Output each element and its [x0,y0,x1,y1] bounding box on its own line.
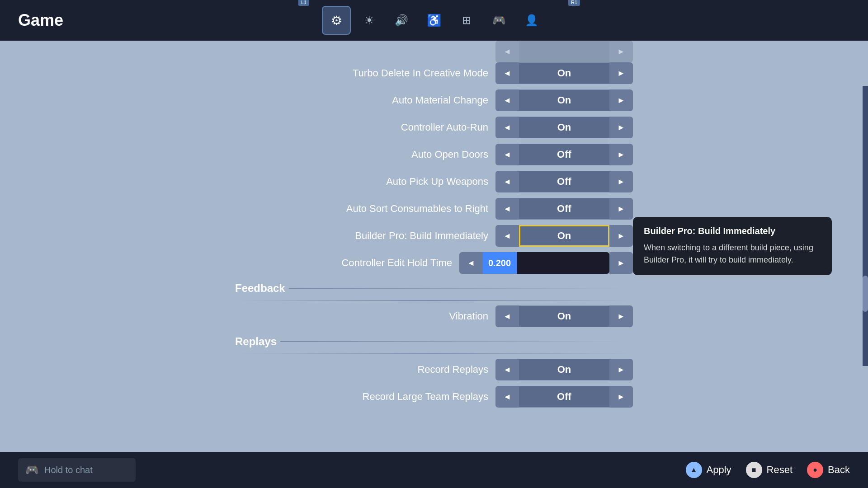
arrow-right-vibration[interactable]: ► [609,305,633,327]
setting-label-vibration: Vibration [307,310,488,322]
arrow-right-turbo-delete[interactable]: ► [609,62,633,84]
setting-row-record-replays: Record Replays ◄ On ► [235,358,633,381]
arrow-left-large-team-replays[interactable]: ◄ [495,386,519,408]
setting-row-edit-hold: Controller Edit Hold Time ◄ 0.200 ► [235,251,633,275]
l1-badge: L1 [298,0,309,6]
hold-to-chat-area[interactable]: 🎮 Hold to chat [18,458,136,482]
arrow-left-auto-sort[interactable]: ◄ [495,198,519,220]
setting-label-auto-sort: Auto Sort Consumables to Right [307,203,488,215]
arrow-left-auto-run[interactable]: ◄ [495,117,519,138]
arrow-left-partial[interactable]: ◄ [495,41,519,62]
tab-l1-settings[interactable]: L1 [289,6,318,35]
value-builder-pro: On [519,225,609,247]
r1-badge: R1 [568,0,580,6]
value-auto-sort: Off [519,198,609,220]
setting-row-auto-run: Controller Auto-Run ◄ On ► [235,116,633,139]
arrow-right-large-team-replays[interactable]: ► [609,386,633,408]
partial-row: ◄ ► [235,45,633,58]
value-auto-pickup: Off [519,171,609,192]
arrow-right-auto-sort[interactable]: ► [609,198,633,220]
setting-control-auto-doors: ◄ Off ► [495,144,633,165]
page-title: Game [18,11,63,30]
setting-row-builder-pro: Builder Pro: Build Immediately ◄ On ► [235,224,633,248]
arrow-left-turbo-delete[interactable]: ◄ [495,62,519,84]
arrow-right-partial[interactable]: ► [609,41,633,62]
setting-row-vibration: Vibration ◄ On ► [235,305,633,328]
back-button[interactable]: ● Back [807,462,850,478]
arrow-right-auto-run[interactable]: ► [609,117,633,138]
arrow-right-auto-doors[interactable]: ► [609,144,633,165]
section-title-replays: Replays [235,335,277,348]
footer-right: ▲ Apply ■ Reset ● Back [686,462,850,478]
arrow-left-record-replays[interactable]: ◄ [495,359,519,380]
triangle-icon: ▲ [686,462,702,478]
apply-button[interactable]: ▲ Apply [686,462,731,478]
slider-edit-hold[interactable]: 0.200 [483,252,609,274]
slider-value-edit-hold: 0.200 [488,258,511,268]
settings-list: ◄ ► Turbo Delete In Creative Mode ◄ On ►… [235,41,633,408]
value-auto-material: On [519,89,609,111]
value-turbo-delete: On [519,62,609,84]
arrow-right-auto-pickup[interactable]: ► [609,171,633,192]
setting-control-large-team-replays: ◄ Off ► [495,386,633,408]
value-vibration: On [519,305,609,327]
section-title-feedback: Feedback [235,282,285,295]
setting-control-auto-pickup: ◄ Off ► [495,171,633,192]
arrow-left-auto-doors[interactable]: ◄ [495,144,519,165]
setting-label-auto-material: Auto Material Change [307,94,488,106]
tab-accessibility[interactable]: ♿ [420,6,448,35]
back-label: Back [828,464,850,476]
setting-label-large-team-replays: Record Large Team Replays [307,391,488,403]
tooltip-title: Builder Pro: Build Immediately [644,226,821,236]
setting-row-auto-sort: Auto Sort Consumables to Right ◄ Off ► [235,197,633,221]
divider-feedback [235,300,633,301]
reset-label: Reset [767,464,793,476]
setting-row-auto-material: Auto Material Change ◄ On ► [235,89,633,112]
footer-left: 🎮 Hold to chat [18,458,136,482]
setting-row-auto-pickup: Auto Pick Up Weapons ◄ Off ► [235,170,633,193]
square-icon: ■ [746,462,762,478]
circle-icon: ● [807,462,823,478]
setting-control-turbo-delete: ◄ On ► [495,62,633,84]
tooltip-body: When switching to a different build piec… [644,242,821,266]
value-large-team-replays: Off [519,386,609,408]
setting-control-auto-material: ◄ On ► [495,89,633,111]
scroll-indicator [863,86,868,366]
arrow-right-edit-hold[interactable]: ► [609,252,633,274]
nav-tabs: L1 ⚙ ☀ 🔊 ♿ ⊞ 🎮 👤 R1 [289,6,579,35]
tab-r1[interactable]: R1 [550,6,579,35]
value-partial [519,41,609,62]
section-header-feedback: Feedback [235,278,633,296]
arrow-right-record-replays[interactable]: ► [609,359,633,380]
scroll-thumb[interactable] [863,276,868,312]
tab-brightness[interactable]: ☀ [354,6,383,35]
tab-account[interactable]: 👤 [517,6,546,35]
arrow-right-builder-pro[interactable]: ► [609,225,633,247]
setting-label-auto-doors: Auto Open Doors [307,149,488,160]
arrow-left-vibration[interactable]: ◄ [495,305,519,327]
arrow-left-edit-hold[interactable]: ◄ [459,252,483,274]
setting-control-builder-pro: ◄ On ► [495,225,633,247]
tab-audio[interactable]: 🔊 [387,6,416,35]
arrow-left-auto-pickup[interactable]: ◄ [495,171,519,192]
apply-label: Apply [707,464,731,476]
arrow-left-builder-pro[interactable]: ◄ [495,225,519,247]
tab-controller[interactable]: 🎮 [485,6,514,35]
setting-control-auto-sort: ◄ Off ► [495,198,633,220]
setting-control-edit-hold: ◄ 0.200 ► [459,252,633,274]
value-auto-doors: Off [519,144,609,165]
tab-settings[interactable]: ⚙ [322,6,351,35]
arrow-right-auto-material[interactable]: ► [609,89,633,111]
setting-label-turbo-delete: Turbo Delete In Creative Mode [307,67,488,79]
tooltip-builder-pro: Builder Pro: Build Immediately When swit… [633,217,832,275]
divider-replays [235,353,633,354]
setting-row-large-team-replays: Record Large Team Replays ◄ Off ► [235,385,633,408]
tab-network[interactable]: ⊞ [452,6,481,35]
setting-label-record-replays: Record Replays [307,364,488,375]
setting-row-auto-doors: Auto Open Doors ◄ Off ► [235,143,633,166]
setting-label-edit-hold: Controller Edit Hold Time [271,257,452,269]
arrow-left-auto-material[interactable]: ◄ [495,89,519,111]
reset-button[interactable]: ■ Reset [746,462,793,478]
slider-fill-edit-hold: 0.200 [483,252,517,274]
value-auto-run: On [519,117,609,138]
